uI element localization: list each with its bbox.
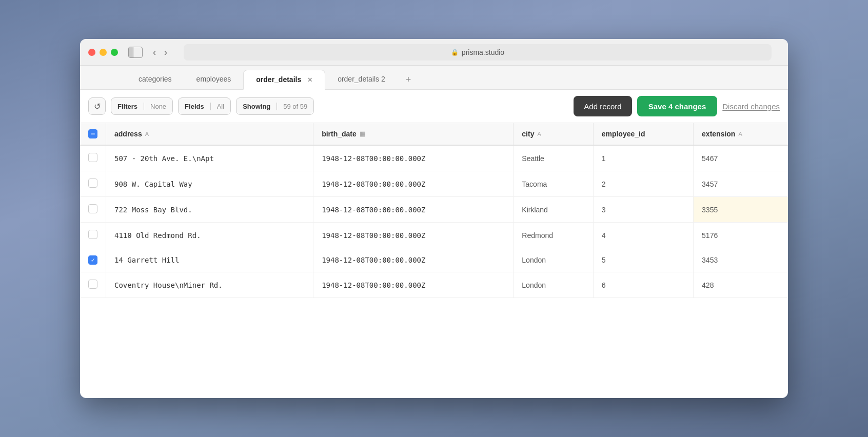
main-window: ‹ › 🔒 prisma.studio categories employees… xyxy=(80,39,788,398)
cell-birth-date: 1948-12-08T00:00:00.000Z xyxy=(313,171,514,197)
row-checkbox-cell[interactable] xyxy=(80,145,106,171)
tab-order-details-2[interactable]: order_details 2 xyxy=(325,70,398,89)
table-row: 507 - 20th Ave. E.\nApt1948-12-08T00:00:… xyxy=(80,145,788,171)
select-all-header[interactable]: − xyxy=(80,123,106,145)
cell-address: 507 - 20th Ave. E.\nApt xyxy=(106,145,313,171)
cell-address: 722 Moss Bay Blvd. xyxy=(106,197,313,223)
cell-employee-id: 2 xyxy=(593,171,693,197)
col-header-employee-id: employee_id xyxy=(593,123,693,145)
table-row: Coventry House\nMiner Rd.1948-12-08T00:0… xyxy=(80,272,788,298)
cell-employee-id: 1 xyxy=(593,145,693,171)
cell-employee-id: 6 xyxy=(593,272,693,298)
cell-extension[interactable]: 5176 xyxy=(694,223,788,248)
cell-extension[interactable]: 3457 xyxy=(694,171,788,197)
fields-button[interactable]: Fields All xyxy=(178,97,231,115)
sidebar-toggle-button[interactable] xyxy=(128,47,143,58)
close-button[interactable] xyxy=(88,49,95,56)
table-row: ✓14 Garrett Hill1948-12-08T00:00:00.000Z… xyxy=(80,248,788,272)
table-row: 908 W. Capital Way1948-12-08T00:00:00.00… xyxy=(80,171,788,197)
filters-button[interactable]: Filters None xyxy=(111,97,173,115)
cell-address: 4110 Old Redmond Rd. xyxy=(106,223,313,248)
showing-value: 59 of 59 xyxy=(277,103,313,110)
cell-extension[interactable]: 428 xyxy=(694,272,788,298)
filters-label: Filters xyxy=(111,103,144,110)
select-all-checkbox[interactable]: − xyxy=(88,129,97,138)
table-header-row: − address A birth_date ▦ xyxy=(80,123,788,145)
row-checkbox[interactable] xyxy=(88,178,97,188)
cell-extension[interactable]: 3453 xyxy=(694,248,788,272)
row-checkbox[interactable] xyxy=(88,230,97,239)
row-checkbox[interactable] xyxy=(88,204,97,213)
cell-city: Kirkland xyxy=(514,197,593,223)
cell-birth-date: 1948-12-08T00:00:00.000Z xyxy=(313,145,514,171)
row-checkbox-cell[interactable]: ✓ xyxy=(80,248,106,272)
cell-employee-id: 5 xyxy=(593,248,693,272)
col-header-extension: extension A xyxy=(694,123,788,145)
cell-extension[interactable]: 5467 xyxy=(694,145,788,171)
refresh-button[interactable]: ↺ xyxy=(88,97,106,115)
tab-employees[interactable]: employees xyxy=(184,70,244,89)
cell-city: Seattle xyxy=(514,145,593,171)
row-checkbox-cell[interactable] xyxy=(80,223,106,248)
cell-extension[interactable]: 3355 xyxy=(694,197,788,223)
tab-order-details[interactable]: order_details ✕ xyxy=(243,70,325,90)
toolbar: ↺ Filters None Fields All Showing 59 of … xyxy=(80,90,788,123)
table-row: 722 Moss Bay Blvd.1948-12-08T00:00:00.00… xyxy=(80,197,788,223)
add-record-button[interactable]: Add record xyxy=(574,96,632,116)
cell-city: London xyxy=(514,248,593,272)
row-checkbox-cell[interactable] xyxy=(80,197,106,223)
add-tab-button[interactable]: + xyxy=(398,70,420,89)
row-checkbox[interactable] xyxy=(88,280,97,289)
cell-birth-date: 1948-12-08T00:00:00.000Z xyxy=(313,248,514,272)
fields-value: All xyxy=(211,103,230,110)
row-checkbox[interactable] xyxy=(88,153,97,162)
nav-arrows: ‹ › xyxy=(151,48,169,57)
url-bar[interactable]: 🔒 prisma.studio xyxy=(184,44,772,61)
row-checkbox[interactable]: ✓ xyxy=(88,255,97,265)
table-container: − address A birth_date ▦ xyxy=(80,123,788,398)
tab-bar: categories employees order_details ✕ ord… xyxy=(80,66,788,90)
cell-city: London xyxy=(514,272,593,298)
back-button[interactable]: ‹ xyxy=(151,48,158,57)
minimize-button[interactable] xyxy=(100,49,107,56)
discard-changes-button[interactable]: Discard changes xyxy=(722,102,780,111)
traffic-lights xyxy=(88,49,118,56)
data-table: − address A birth_date ▦ xyxy=(80,123,788,298)
cell-birth-date: 1948-12-08T00:00:00.000Z xyxy=(313,197,514,223)
titlebar: ‹ › 🔒 prisma.studio xyxy=(80,39,788,66)
cell-birth-date: 1948-12-08T00:00:00.000Z xyxy=(313,272,514,298)
table-row: 4110 Old Redmond Rd.1948-12-08T00:00:00.… xyxy=(80,223,788,248)
fields-label: Fields xyxy=(179,103,211,110)
showing-indicator: Showing 59 of 59 xyxy=(236,97,314,115)
cell-employee-id: 3 xyxy=(593,197,693,223)
lock-icon: 🔒 xyxy=(451,49,459,56)
showing-label: Showing xyxy=(236,103,277,110)
col-header-birth-date: birth_date ▦ xyxy=(313,123,514,145)
cell-address: 908 W. Capital Way xyxy=(106,171,313,197)
cell-birth-date: 1948-12-08T00:00:00.000Z xyxy=(313,223,514,248)
save-changes-button[interactable]: Save 4 changes xyxy=(637,96,718,116)
cell-address: Coventry House\nMiner Rd. xyxy=(106,272,313,298)
cell-employee-id: 4 xyxy=(593,223,693,248)
row-checkbox-cell[interactable] xyxy=(80,171,106,197)
filters-value: None xyxy=(144,103,172,110)
tab-close-icon[interactable]: ✕ xyxy=(307,76,312,84)
cell-address: 14 Garrett Hill xyxy=(106,248,313,272)
cell-city: Redmond xyxy=(514,223,593,248)
forward-button[interactable]: › xyxy=(162,48,169,57)
col-header-address: address A xyxy=(106,123,313,145)
col-header-city: city A xyxy=(514,123,593,145)
url-text: prisma.studio xyxy=(462,48,504,56)
tab-categories[interactable]: categories xyxy=(126,70,184,89)
fullscreen-button[interactable] xyxy=(111,49,118,56)
cell-city: Tacoma xyxy=(514,171,593,197)
row-checkbox-cell[interactable] xyxy=(80,272,106,298)
